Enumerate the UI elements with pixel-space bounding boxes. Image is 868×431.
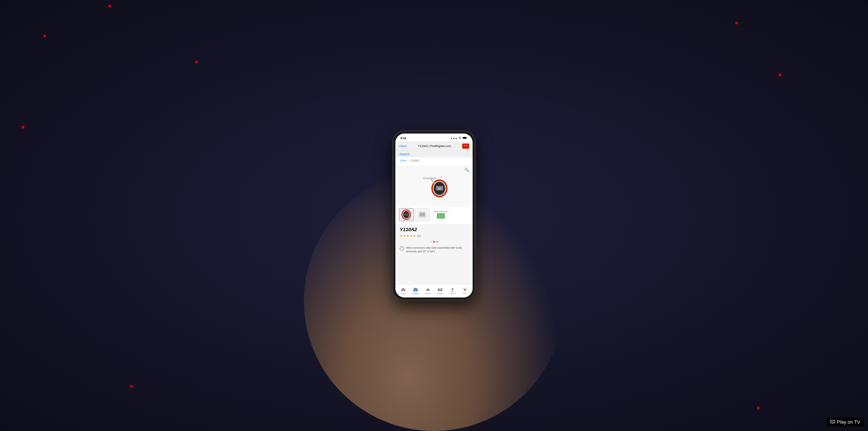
svg-point-29 (415, 290, 416, 291)
accent-dot (108, 5, 111, 7)
wires-label: WIRES INSTALLED (434, 211, 448, 213)
wires-badge (437, 213, 445, 219)
accent-dot (22, 126, 24, 128)
nav-title: Y110A2 | FindPigtails.com (418, 144, 451, 147)
search-label: Search (400, 153, 409, 156)
svg-rect-30 (415, 288, 416, 289)
accent-dot (757, 407, 760, 409)
wire-pin-1 (438, 214, 440, 218)
svg-point-37 (465, 291, 466, 291)
svg-rect-4 (463, 144, 468, 148)
camera-icon (413, 288, 418, 292)
status-bar: 9:41 ▲▲▲ (395, 134, 473, 141)
breadcrumb-item-1[interactable]: 2-Pin (400, 159, 406, 162)
tab-vehicle-label: Vehicle (425, 293, 431, 295)
accent-dot (43, 35, 46, 37)
tab-home-label: Home (401, 293, 406, 295)
accent-dot (779, 74, 781, 76)
tab-home[interactable]: Home (397, 288, 409, 295)
svg-rect-5 (464, 145, 465, 146)
tv-icon (830, 419, 835, 425)
back-button[interactable]: ‹ Back (399, 144, 407, 148)
thumbnail-2[interactable] (415, 208, 430, 221)
connector-illustration: 2|3 (419, 171, 449, 201)
product-name: Y110A2 (400, 227, 468, 232)
product-info: Y110A2 ★★★★★ (1) (395, 224, 473, 239)
thumbnail-1[interactable] (399, 208, 413, 221)
svg-rect-22 (407, 213, 409, 216)
breadcrumb-item-2: Y110A2 (410, 159, 419, 162)
help-icon[interactable]: ? (400, 246, 404, 251)
stars-row[interactable]: ★★★★★ (1) (400, 234, 468, 238)
dot-2 (433, 241, 435, 242)
tab-contact-label: Contact (437, 293, 443, 295)
back-label: Back (400, 144, 407, 147)
svg-rect-25 (420, 213, 422, 216)
description-row: ? Most connectors ship fully-assembled w… (395, 244, 473, 255)
account-icon (450, 288, 455, 292)
svg-rect-21 (404, 213, 406, 216)
tab-cart-label: Cart (463, 293, 467, 295)
battery-icon (463, 137, 467, 140)
svg-rect-2 (463, 137, 466, 138)
status-icons: ▲▲▲ (450, 137, 467, 140)
tab-bar: Home Picture (395, 285, 473, 297)
tab-vehicle[interactable]: Vehicle (422, 288, 434, 295)
svg-point-35 (452, 288, 453, 290)
accent-dot (195, 61, 198, 63)
svg-text:2|3: 2|3 (438, 188, 441, 190)
contact-icon (438, 288, 442, 292)
svg-rect-6 (466, 145, 468, 146)
tab-account-label: Account (449, 293, 456, 295)
svg-point-0 (460, 138, 460, 139)
svg-rect-3 (467, 137, 467, 138)
dot-3 (436, 241, 438, 242)
svg-point-36 (464, 291, 465, 291)
phone-mockup: 9:41 ▲▲▲ (393, 131, 475, 300)
thumbnail-wires-installed[interactable]: WIRES INSTALLED (431, 208, 451, 221)
accent-dot (735, 22, 738, 24)
tab-contact[interactable]: Contact (434, 288, 446, 295)
search-bar[interactable]: ‹ Search (395, 151, 473, 157)
tab-cart[interactable]: Cart (459, 288, 471, 295)
zoom-icon[interactable]: 🔍 (464, 167, 469, 172)
pagination-dots (395, 239, 473, 244)
wifi-icon (459, 137, 462, 140)
cart-icon (462, 288, 467, 292)
play-on-tv[interactable]: Play on TV (827, 418, 864, 427)
tab-picture[interactable]: Picture (409, 288, 422, 295)
thumbnail-row: WIRES INSTALLED (397, 207, 471, 223)
back-chevron: ‹ (399, 144, 400, 148)
navigation-bar: ‹ Back Y110A2 | FindPigtails.com (395, 141, 473, 151)
phone-screen: 9:41 ▲▲▲ (395, 134, 473, 297)
site-logo (462, 143, 469, 149)
tab-picture-label: Picture (412, 293, 418, 295)
breadcrumb-separator: › (407, 159, 409, 162)
status-time: 9:41 (401, 137, 406, 140)
svg-rect-26 (423, 213, 425, 216)
star-rating: ★★★★★ (400, 234, 416, 238)
breadcrumb: 2-Pin › Y110A2 (395, 157, 473, 164)
product-main-image[interactable]: 2|3 🔍 (397, 166, 471, 207)
content-area: 2-Pin › Y110A2 (395, 157, 473, 285)
home-icon (401, 288, 406, 292)
play-on-tv-label: Play on TV (837, 419, 860, 425)
dot-1 (430, 241, 432, 242)
vehicle-icon (426, 288, 430, 292)
accent-dot (130, 385, 133, 388)
tab-account[interactable]: Account (446, 288, 459, 295)
signal-icon: ▲▲▲ (450, 137, 458, 139)
product-image-section: 2|3 🔍 (395, 164, 473, 224)
svg-rect-33 (426, 290, 430, 291)
product-description: Most connectors ship fully-assembled wit… (406, 246, 468, 254)
review-count: (1) (417, 234, 421, 237)
svg-rect-8 (423, 177, 436, 178)
phone-frame: 9:41 ▲▲▲ (393, 131, 475, 300)
svg-rect-39 (831, 420, 835, 423)
wire-pin-2 (441, 214, 443, 218)
